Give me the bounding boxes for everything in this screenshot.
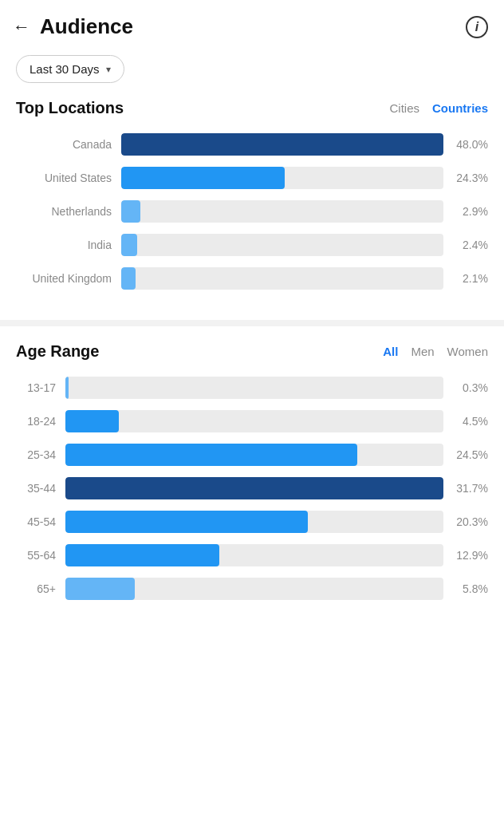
location-percent: 24.3% — [453, 172, 488, 184]
age-range-section: Age Range All Men Women 13-17 0.3% 18-24… — [0, 326, 504, 630]
age-bar-fill — [65, 477, 443, 499]
top-locations-title: Top Locations — [16, 99, 124, 117]
location-bar-fill — [121, 133, 443, 156]
location-bar-container — [121, 267, 443, 290]
age-label: 25-34 — [16, 448, 56, 461]
date-filter-label: Last 30 Days — [30, 62, 100, 76]
location-percent: 48.0% — [453, 138, 488, 151]
age-label: 13-17 — [16, 381, 56, 394]
age-percent: 4.5% — [453, 415, 488, 428]
age-bar-fill — [65, 444, 357, 466]
location-bar-container — [121, 167, 443, 189]
location-bar-container — [121, 234, 443, 256]
age-bar-fill — [65, 377, 69, 399]
age-row: 45-54 20.3% — [16, 511, 488, 533]
age-bar-fill — [65, 578, 135, 600]
date-filter-button[interactable]: Last 30 Days ▾ — [16, 55, 124, 83]
location-bar-fill — [121, 267, 136, 290]
tab-women[interactable]: Women — [447, 345, 488, 358]
location-name: Canada — [16, 138, 112, 151]
location-row: Canada 48.0% — [16, 133, 488, 156]
age-percent: 20.3% — [453, 515, 488, 528]
age-percent: 0.3% — [453, 381, 488, 394]
chevron-down-icon: ▾ — [106, 64, 111, 75]
location-row: India 2.4% — [16, 234, 488, 256]
location-percent: 2.4% — [453, 239, 488, 251]
age-bar-container — [65, 544, 443, 566]
age-row: 13-17 0.3% — [16, 377, 488, 399]
age-row: 35-44 31.7% — [16, 477, 488, 499]
age-bar-container — [65, 410, 443, 432]
age-bar-fill — [65, 511, 308, 533]
location-name: United Kingdom — [16, 272, 112, 285]
age-row: 65+ 5.8% — [16, 578, 488, 600]
tab-countries[interactable]: Countries — [432, 101, 488, 115]
age-percent: 5.8% — [453, 582, 488, 595]
age-bar-container — [65, 477, 443, 499]
age-range-title: Age Range — [16, 342, 99, 361]
age-label: 65+ — [16, 582, 56, 595]
date-filter: Last 30 Days ▾ — [0, 49, 504, 99]
tab-cities[interactable]: Cities — [389, 101, 419, 115]
age-bar-container — [65, 377, 443, 399]
age-label: 35-44 — [16, 482, 56, 495]
location-row: United Kingdom 2.1% — [16, 267, 488, 290]
age-row: 55-64 12.9% — [16, 544, 488, 566]
location-percent: 2.1% — [453, 272, 488, 285]
age-range-header: Age Range All Men Women — [16, 342, 488, 361]
tab-men[interactable]: Men — [411, 345, 434, 358]
location-tabs: Cities Countries — [389, 101, 488, 115]
age-label: 18-24 — [16, 415, 56, 428]
back-button[interactable]: ← — [13, 17, 30, 37]
header-left: ← Audience — [13, 14, 133, 39]
location-percent: 2.9% — [453, 205, 488, 218]
location-bar-fill — [121, 167, 285, 189]
age-bar-fill — [65, 410, 119, 432]
age-percent: 31.7% — [453, 482, 488, 495]
location-row: United States 24.3% — [16, 167, 488, 189]
age-label: 45-54 — [16, 515, 56, 528]
age-label: 55-64 — [16, 549, 56, 562]
location-bar-fill — [121, 234, 137, 256]
age-bar-container — [65, 578, 443, 600]
top-locations-header: Top Locations Cities Countries — [16, 99, 488, 117]
header: ← Audience i — [0, 0, 504, 49]
location-bar-container — [121, 200, 443, 223]
age-percent: 24.5% — [453, 448, 488, 461]
location-name: Netherlands — [16, 205, 112, 218]
tab-all[interactable]: All — [383, 345, 398, 358]
location-row: Netherlands 2.9% — [16, 200, 488, 223]
location-name: India — [16, 239, 112, 251]
age-rows: 13-17 0.3% 18-24 4.5% 25-34 24.5% 35-44 … — [16, 377, 488, 600]
age-bar-fill — [65, 544, 219, 566]
age-percent: 12.9% — [453, 549, 488, 562]
age-bar-container — [65, 511, 443, 533]
age-bar-container — [65, 444, 443, 466]
location-bar-fill — [121, 200, 140, 223]
info-button[interactable]: i — [466, 16, 488, 38]
age-row: 18-24 4.5% — [16, 410, 488, 432]
top-locations-section: Top Locations Cities Countries Canada 48… — [0, 99, 504, 326]
location-name: United States — [16, 172, 112, 184]
page-title: Audience — [40, 14, 133, 39]
age-tabs: All Men Women — [383, 345, 488, 358]
age-row: 25-34 24.5% — [16, 444, 488, 466]
location-bar-container — [121, 133, 443, 156]
location-rows: Canada 48.0% United States 24.3% Netherl… — [16, 133, 488, 290]
